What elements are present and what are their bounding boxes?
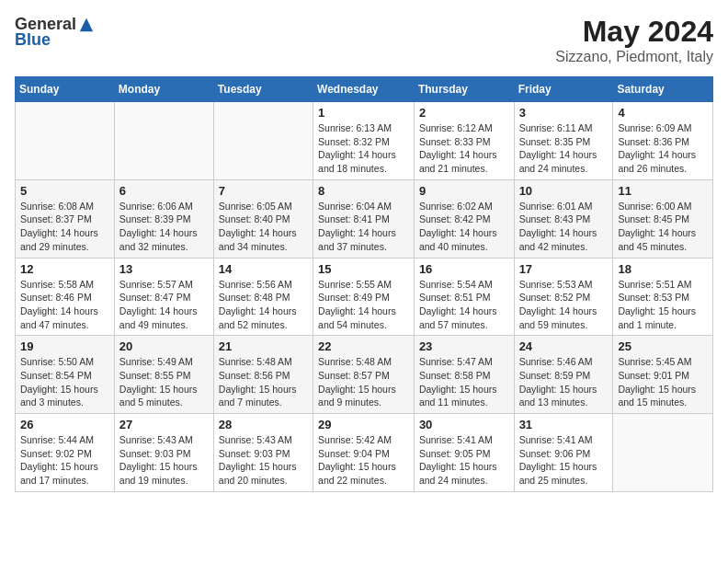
calendar-cell: 24Sunrise: 5:46 AM Sunset: 8:59 PM Dayli… <box>514 336 613 414</box>
calendar-cell: 2Sunrise: 6:12 AM Sunset: 8:33 PM Daylig… <box>414 102 514 180</box>
day-info: Sunrise: 5:45 AM Sunset: 9:01 PM Dayligh… <box>618 355 708 409</box>
day-info: Sunrise: 6:12 AM Sunset: 8:33 PM Dayligh… <box>419 121 509 176</box>
day-number: 26 <box>20 418 109 431</box>
day-info: Sunrise: 6:06 AM Sunset: 8:39 PM Dayligh… <box>119 200 209 254</box>
day-info: Sunrise: 6:08 AM Sunset: 8:37 PM Dayligh… <box>20 200 109 254</box>
day-info: Sunrise: 5:56 AM Sunset: 8:48 PM Dayligh… <box>219 278 308 332</box>
calendar-cell: 28Sunrise: 5:43 AM Sunset: 9:03 PM Dayli… <box>213 414 313 492</box>
calendar-cell: 13Sunrise: 5:57 AM Sunset: 8:47 PM Dayli… <box>114 258 213 336</box>
calendar-week-4: 19Sunrise: 5:50 AM Sunset: 8:54 PM Dayli… <box>16 336 713 414</box>
calendar-cell: 9Sunrise: 6:02 AM Sunset: 8:42 PM Daylig… <box>414 179 514 258</box>
calendar-week-2: 5Sunrise: 6:08 AM Sunset: 8:37 PM Daylig… <box>16 179 713 258</box>
day-info: Sunrise: 5:42 AM Sunset: 9:04 PM Dayligh… <box>318 433 409 488</box>
calendar-cell: 11Sunrise: 6:00 AM Sunset: 8:45 PM Dayli… <box>613 179 713 258</box>
day-info: Sunrise: 5:44 AM Sunset: 9:02 PM Dayligh… <box>20 433 109 488</box>
col-header-friday: Friday <box>514 77 613 102</box>
calendar-cell: 1Sunrise: 6:13 AM Sunset: 8:32 PM Daylig… <box>313 102 415 180</box>
day-number: 11 <box>618 184 708 198</box>
logo: General Blue <box>15 15 95 50</box>
calendar-cell: 15Sunrise: 5:55 AM Sunset: 8:49 PM Dayli… <box>313 258 415 336</box>
calendar-cell: 6Sunrise: 6:06 AM Sunset: 8:39 PM Daylig… <box>114 179 213 258</box>
calendar-cell: 5Sunrise: 6:08 AM Sunset: 8:37 PM Daylig… <box>16 179 115 258</box>
day-number: 27 <box>119 418 209 431</box>
day-info: Sunrise: 5:47 AM Sunset: 8:58 PM Dayligh… <box>419 355 509 409</box>
calendar-cell: 10Sunrise: 6:01 AM Sunset: 8:43 PM Dayli… <box>514 179 613 258</box>
day-number: 14 <box>219 262 308 276</box>
day-number: 1 <box>318 106 409 120</box>
day-number: 17 <box>519 262 609 276</box>
calendar-week-5: 26Sunrise: 5:44 AM Sunset: 9:02 PM Dayli… <box>16 414 713 492</box>
calendar-week-3: 12Sunrise: 5:58 AM Sunset: 8:46 PM Dayli… <box>16 258 713 336</box>
calendar-cell: 29Sunrise: 5:42 AM Sunset: 9:04 PM Dayli… <box>313 414 415 492</box>
calendar-cell: 4Sunrise: 6:09 AM Sunset: 8:36 PM Daylig… <box>613 102 713 180</box>
svg-marker-0 <box>80 17 93 30</box>
day-info: Sunrise: 5:50 AM Sunset: 8:54 PM Dayligh… <box>20 355 109 409</box>
day-info: Sunrise: 5:48 AM Sunset: 8:57 PM Dayligh… <box>318 355 409 409</box>
day-info: Sunrise: 6:09 AM Sunset: 8:36 PM Dayligh… <box>618 121 708 176</box>
day-info: Sunrise: 5:54 AM Sunset: 8:51 PM Dayligh… <box>419 278 509 332</box>
col-header-thursday: Thursday <box>414 77 514 102</box>
day-info: Sunrise: 5:41 AM Sunset: 9:05 PM Dayligh… <box>419 433 509 488</box>
calendar-table: SundayMondayTuesdayWednesdayThursdayFrid… <box>15 76 713 492</box>
calendar-cell: 14Sunrise: 5:56 AM Sunset: 8:48 PM Dayli… <box>213 258 313 336</box>
day-info: Sunrise: 6:11 AM Sunset: 8:35 PM Dayligh… <box>519 121 609 176</box>
calendar-cell: 7Sunrise: 6:05 AM Sunset: 8:40 PM Daylig… <box>213 179 313 258</box>
day-info: Sunrise: 6:00 AM Sunset: 8:45 PM Dayligh… <box>618 200 708 254</box>
calendar-cell: 23Sunrise: 5:47 AM Sunset: 8:58 PM Dayli… <box>414 336 514 414</box>
col-header-sunday: Sunday <box>16 77 115 102</box>
day-number: 30 <box>419 418 509 431</box>
day-number: 10 <box>519 184 609 198</box>
calendar-cell: 19Sunrise: 5:50 AM Sunset: 8:54 PM Dayli… <box>16 336 115 414</box>
calendar-cell: 3Sunrise: 6:11 AM Sunset: 8:35 PM Daylig… <box>514 102 613 180</box>
calendar-cell <box>213 102 313 180</box>
calendar-cell: 25Sunrise: 5:45 AM Sunset: 9:01 PM Dayli… <box>613 336 713 414</box>
day-number: 20 <box>119 339 209 353</box>
calendar-week-1: 1Sunrise: 6:13 AM Sunset: 8:32 PM Daylig… <box>16 102 713 180</box>
day-number: 7 <box>219 184 308 198</box>
day-number: 29 <box>318 418 409 431</box>
day-number: 24 <box>519 339 609 353</box>
day-info: Sunrise: 5:57 AM Sunset: 8:47 PM Dayligh… <box>119 278 209 332</box>
day-number: 25 <box>618 339 708 353</box>
day-number: 12 <box>20 262 109 276</box>
col-header-wednesday: Wednesday <box>313 77 415 102</box>
day-info: Sunrise: 5:43 AM Sunset: 9:03 PM Dayligh… <box>119 433 209 488</box>
day-number: 8 <box>318 184 409 198</box>
day-info: Sunrise: 5:46 AM Sunset: 8:59 PM Dayligh… <box>519 355 609 409</box>
day-info: Sunrise: 5:49 AM Sunset: 8:55 PM Dayligh… <box>119 355 209 409</box>
day-number: 5 <box>20 184 109 198</box>
calendar-cell: 26Sunrise: 5:44 AM Sunset: 9:02 PM Dayli… <box>16 414 115 492</box>
day-info: Sunrise: 5:55 AM Sunset: 8:49 PM Dayligh… <box>318 278 409 332</box>
page-header: General Blue May 2024 Sizzano, Piedmont,… <box>15 15 713 65</box>
calendar-cell: 21Sunrise: 5:48 AM Sunset: 8:56 PM Dayli… <box>213 336 313 414</box>
day-number: 23 <box>419 339 509 353</box>
day-number: 9 <box>419 184 509 198</box>
day-number: 6 <box>119 184 209 198</box>
calendar-cell: 30Sunrise: 5:41 AM Sunset: 9:05 PM Dayli… <box>414 414 514 492</box>
logo-icon <box>78 17 95 33</box>
day-info: Sunrise: 6:05 AM Sunset: 8:40 PM Dayligh… <box>219 200 308 254</box>
day-info: Sunrise: 5:51 AM Sunset: 8:53 PM Dayligh… <box>618 278 708 332</box>
day-number: 21 <box>219 339 308 353</box>
day-number: 3 <box>519 106 609 120</box>
day-info: Sunrise: 5:41 AM Sunset: 9:06 PM Dayligh… <box>519 433 609 488</box>
day-info: Sunrise: 6:01 AM Sunset: 8:43 PM Dayligh… <box>519 200 609 254</box>
col-header-saturday: Saturday <box>613 77 713 102</box>
day-number: 4 <box>618 106 708 120</box>
day-number: 18 <box>618 262 708 276</box>
calendar-cell <box>613 414 713 492</box>
day-number: 13 <box>119 262 209 276</box>
day-number: 31 <box>519 418 609 431</box>
day-number: 16 <box>419 262 509 276</box>
calendar-cell: 16Sunrise: 5:54 AM Sunset: 8:51 PM Dayli… <box>414 258 514 336</box>
day-info: Sunrise: 5:53 AM Sunset: 8:52 PM Dayligh… <box>519 278 609 332</box>
logo-blue-text: Blue <box>15 30 51 50</box>
day-info: Sunrise: 6:04 AM Sunset: 8:41 PM Dayligh… <box>318 200 409 254</box>
day-number: 19 <box>20 339 109 353</box>
title-block: May 2024 Sizzano, Piedmont, Italy <box>555 15 713 65</box>
calendar-cell <box>114 102 213 180</box>
calendar-cell: 22Sunrise: 5:48 AM Sunset: 8:57 PM Dayli… <box>313 336 415 414</box>
day-number: 22 <box>318 339 409 353</box>
day-number: 15 <box>318 262 409 276</box>
day-info: Sunrise: 5:58 AM Sunset: 8:46 PM Dayligh… <box>20 278 109 332</box>
